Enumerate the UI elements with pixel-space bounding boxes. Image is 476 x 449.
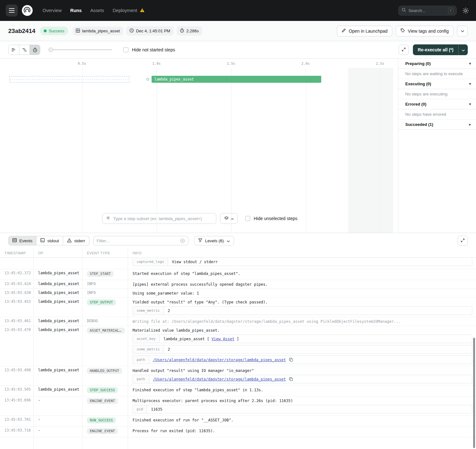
log-info-text: Yielded output "result" of type "Any". (… bbox=[133, 299, 472, 304]
run-status-badge: Success bbox=[40, 27, 68, 35]
dagster-logo-icon[interactable] bbox=[22, 5, 33, 16]
zoom-slider[interactable] bbox=[49, 49, 112, 50]
metadata-path-link[interactable]: /Users/alangenfeld/data/dagster/storage/… bbox=[153, 377, 286, 381]
log-filter-input[interactable] bbox=[97, 238, 178, 243]
nav-link-label: Deployment bbox=[113, 8, 137, 13]
event-type-badge: ENGINE_EVENT bbox=[87, 428, 118, 434]
log-info: Finished execution of run for "__ASSET_J… bbox=[128, 416, 476, 426]
run-actions-dropdown-button[interactable] bbox=[457, 26, 468, 36]
log-row[interactable]: captured_logsView stdout / stderr bbox=[0, 258, 476, 269]
run-chip-clock: Dec 4, 1:45:01 PM bbox=[126, 26, 173, 36]
tab-stdout[interactable]: stdout bbox=[36, 236, 63, 245]
expand-icon bbox=[401, 47, 406, 53]
log-info-text: Started execution of step "lambda_pipes_… bbox=[133, 271, 472, 276]
log-row[interactable]: 13:45:03.438lambda_pipes_assetINFOUsing … bbox=[0, 289, 476, 298]
view-flat-button[interactable] bbox=[9, 45, 19, 55]
graph-options-button[interactable] bbox=[220, 213, 238, 224]
steps-section-header[interactable]: Errored (0)▾ bbox=[398, 99, 476, 109]
metadata-path-link[interactable]: /Users/alangenfeld/data/dagster/storage/… bbox=[153, 358, 286, 362]
status-dot-icon bbox=[44, 29, 47, 32]
metadata-row: some_metric2 bbox=[133, 306, 472, 315]
log-row[interactable]: 13:45:03.461lambda_pipes_assetDEBUGWriti… bbox=[0, 317, 476, 326]
log-info-text: Process for run exited (pid: 11635). bbox=[133, 428, 472, 433]
steps-panel: Preparing (0)▾No steps are waiting to ex… bbox=[398, 59, 476, 233]
nav-link-deployment[interactable]: Deployment bbox=[113, 8, 144, 13]
logs-expand-button[interactable] bbox=[458, 236, 468, 246]
gantt-after-run-shade bbox=[348, 68, 393, 233]
gantt-gridline bbox=[306, 68, 306, 233]
log-info-text: [pipes] external process successfully op… bbox=[133, 282, 472, 287]
log-timestamp: 13:45:03.505 bbox=[0, 386, 33, 396]
metadata-value: View stdout / stderr bbox=[168, 258, 472, 266]
log-row[interactable]: 13:45:03.696-ENGINE_EVENTMultiprocess ex… bbox=[0, 396, 476, 416]
log-row[interactable]: 13:45:02.372lambda_pipes_assetSTEP_START… bbox=[0, 269, 476, 280]
logs-scrollbar[interactable] bbox=[473, 338, 475, 448]
view-timed-button[interactable] bbox=[29, 45, 40, 55]
nav-link-label: Overview bbox=[42, 8, 62, 13]
nav-link-runs[interactable]: Runs bbox=[70, 8, 82, 13]
metadata-value-text: 2 bbox=[168, 309, 170, 313]
open-in-launchpad-button[interactable]: Open in Launchpad bbox=[337, 26, 392, 36]
chevron-down-icon: ▾ bbox=[469, 62, 471, 66]
copy-icon[interactable] bbox=[289, 358, 293, 362]
nav-link-label: Runs bbox=[70, 8, 82, 13]
reexecute-dropdown-button[interactable] bbox=[458, 44, 468, 55]
log-row[interactable]: 13:45:03.470lambda_pipes_assetASSET_MATE… bbox=[0, 326, 476, 366]
log-row[interactable]: 13:45:03.424lambda_pipes_assetINFO[pipes… bbox=[0, 280, 476, 289]
gantt-expand-button[interactable] bbox=[399, 45, 409, 55]
hamburger-menu-button[interactable] bbox=[6, 4, 18, 16]
log-column-header: OP bbox=[33, 248, 82, 257]
tag-icon bbox=[401, 28, 405, 34]
expand-icon bbox=[460, 238, 465, 244]
funnel-icon bbox=[198, 238, 202, 243]
log-row[interactable]: 13:45:03.453lambda_pipes_assetSTEP_OUTPU… bbox=[0, 298, 476, 317]
tab-events[interactable]: Events bbox=[8, 236, 36, 245]
checkbox-icon[interactable] bbox=[245, 216, 250, 221]
view-tags-config-button[interactable]: View tags and config bbox=[396, 26, 453, 36]
metadata-key: some_metric bbox=[133, 345, 164, 353]
checkbox-icon[interactable] bbox=[123, 47, 128, 52]
metadata-key: path bbox=[133, 375, 149, 383]
log-row[interactable]: 13:45:03.505lambda_pipes_assetSTEP_SUCCE… bbox=[0, 386, 476, 396]
tab-stderr[interactable]: stderr bbox=[63, 236, 89, 245]
log-filter-box[interactable] bbox=[93, 236, 188, 245]
nav-link-assets[interactable]: Assets bbox=[90, 8, 104, 13]
metadata-value-text: View stdout / stderr bbox=[172, 260, 218, 264]
search-shortcut-key: / bbox=[448, 8, 453, 14]
steps-section-header[interactable]: Succeeded (1)▸ bbox=[398, 120, 476, 130]
levels-filter-button[interactable]: Levels (6) bbox=[194, 236, 234, 245]
metadata-row: some_metric2 bbox=[133, 345, 472, 354]
gantt-step-bar[interactable]: lambda_pipes_asset bbox=[152, 76, 321, 83]
copy-icon[interactable] bbox=[289, 377, 293, 381]
view-waterfall-button[interactable] bbox=[19, 45, 29, 55]
zoom-slider-knob[interactable] bbox=[49, 48, 53, 52]
steps-section-header[interactable]: Preparing (0)▾ bbox=[398, 59, 476, 69]
gantt-gridline bbox=[82, 68, 82, 233]
log-row[interactable]: 13:45:03.716-ENGINE_EVENTProcess for run… bbox=[0, 426, 476, 437]
log-info: captured_logsView stdout / stderr bbox=[128, 258, 476, 269]
step-subset-input[interactable] bbox=[113, 216, 212, 221]
steps-section-header[interactable]: Executing (0)▾ bbox=[398, 79, 476, 89]
log-event-type: INFO bbox=[82, 289, 128, 297]
run-chips: lambda_pipes_assetDec 4, 1:45:01 PM2.286… bbox=[73, 26, 202, 36]
gantt-not-started-bar[interactable] bbox=[10, 76, 129, 82]
clear-filter-icon[interactable] bbox=[180, 238, 185, 243]
log-timestamp: 13:45:03.716 bbox=[0, 426, 33, 437]
step-subset-input-box[interactable] bbox=[102, 213, 216, 224]
settings-gear-icon[interactable] bbox=[462, 7, 469, 14]
log-op: lambda_pipes_asset bbox=[33, 317, 82, 326]
hide-not-started-toggle[interactable]: Hide not started steps bbox=[123, 47, 175, 52]
search-box[interactable]: / bbox=[398, 6, 457, 16]
search-input[interactable] bbox=[408, 8, 446, 13]
log-row[interactable]: 13:45:03.498lambda_pipes_assetHANDLED_OU… bbox=[0, 366, 476, 386]
log-row[interactable]: 13:45:03.701-RUN_SUCCESSFinished executi… bbox=[0, 416, 476, 426]
table-icon bbox=[12, 238, 17, 243]
metadata-row: path/Users/alangenfeld/data/dagster/stor… bbox=[133, 375, 472, 383]
hide-unselected-toggle[interactable]: Hide unselected steps bbox=[242, 214, 300, 223]
reexecute-all-button[interactable]: Re-execute all (*) bbox=[413, 44, 458, 55]
top-nav: OverviewRunsAssetsDeployment / bbox=[0, 0, 476, 21]
search-icon bbox=[401, 8, 406, 14]
view-asset-link[interactable]: View Asset bbox=[212, 337, 234, 341]
nav-link-overview[interactable]: Overview bbox=[42, 8, 62, 13]
gantt-plot[interactable]: Hide unselected steps 0.5s1.0s1.5s2.0s2.… bbox=[0, 59, 398, 233]
